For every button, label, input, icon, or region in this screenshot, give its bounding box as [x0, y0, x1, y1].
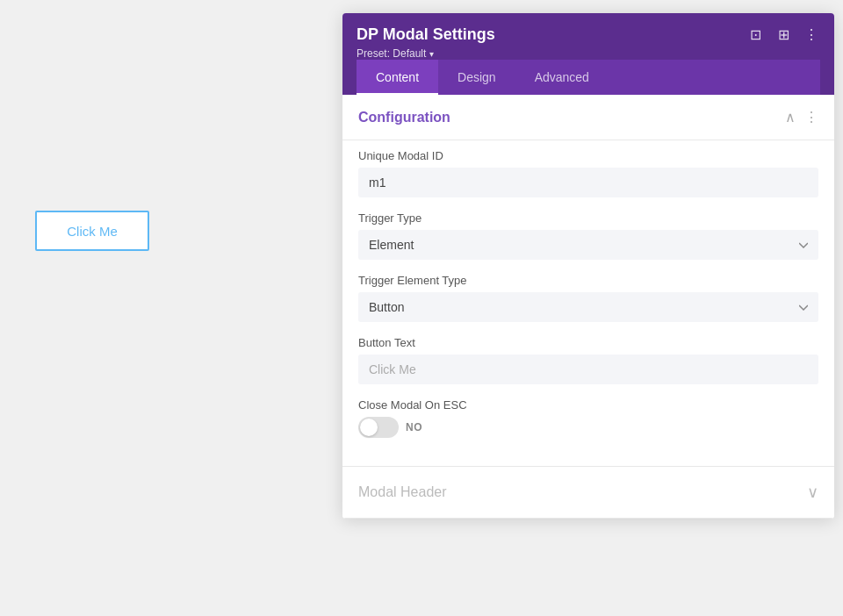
preset-arrow: ▾ — [429, 49, 434, 59]
focus-icon[interactable]: ⊡ — [746, 26, 764, 44]
trigger-type-group: Trigger Type Element Link Button Image — [358, 211, 818, 260]
panel-header: DP Modal Settings ⊡ ⊞ ⋮ Preset: Default … — [342, 13, 834, 95]
configuration-form: Unique Modal ID Trigger Type Element Lin… — [342, 140, 834, 466]
close-modal-esc-group: Close Modal On ESC NO — [358, 398, 818, 438]
panel-header-icons: ⊡ ⊞ ⋮ — [746, 26, 820, 44]
unique-modal-id-group: Unique Modal ID — [358, 149, 818, 197]
configuration-section-header: Configuration ∧ ⋮ — [342, 95, 834, 140]
modal-header-title: Modal Header — [358, 484, 447, 500]
more-options-icon[interactable]: ⋮ — [803, 26, 820, 44]
trigger-type-label: Trigger Type — [358, 211, 818, 225]
trigger-element-type-select[interactable]: Button Link Image Text — [358, 292, 818, 322]
columns-icon[interactable]: ⊞ — [775, 26, 792, 44]
button-text-group: Button Text — [358, 336, 818, 384]
preset-selector[interactable]: Preset: Default ▾ — [357, 47, 820, 60]
modal-header-section-header[interactable]: Modal Header ∨ — [342, 467, 834, 518]
trigger-element-type-group: Trigger Element Type Button Link Image T… — [358, 274, 818, 322]
configuration-section: Configuration ∧ ⋮ Unique Modal ID Trigge… — [342, 95, 834, 467]
toggle-state-label: NO — [406, 421, 422, 433]
modal-header-section: Modal Header ∨ — [342, 467, 834, 519]
section-header-icons: ∧ ⋮ — [785, 109, 818, 125]
trigger-type-select[interactable]: Element Link Button Image — [358, 230, 818, 260]
toggle-row: NO — [358, 417, 818, 438]
unique-modal-id-label: Unique Modal ID — [358, 149, 818, 162]
button-text-input[interactable] — [358, 355, 818, 384]
panel-body: Configuration ∧ ⋮ Unique Modal ID Trigge… — [342, 95, 834, 519]
close-modal-esc-toggle[interactable] — [358, 417, 399, 438]
tab-advanced[interactable]: Advanced — [515, 60, 609, 95]
button-text-label: Button Text — [358, 336, 818, 349]
panel-tabs: Content Design Advanced — [357, 60, 820, 95]
trigger-element-type-label: Trigger Element Type — [358, 274, 818, 287]
configuration-title: Configuration — [358, 110, 450, 125]
modal-header-expand-icon[interactable]: ∨ — [807, 483, 818, 502]
section-collapse-icon[interactable]: ∧ — [785, 109, 796, 125]
panel-title: DP Modal Settings — [357, 25, 495, 44]
preset-label: Preset: Default — [357, 47, 426, 60]
tab-design[interactable]: Design — [438, 60, 515, 95]
click-me-button[interactable]: Click Me — [35, 211, 149, 251]
section-more-icon[interactable]: ⋮ — [804, 109, 818, 125]
settings-panel: DP Modal Settings ⊡ ⊞ ⋮ Preset: Default … — [342, 13, 834, 519]
tab-content[interactable]: Content — [357, 60, 438, 95]
close-modal-esc-label: Close Modal On ESC — [358, 398, 818, 412]
toggle-thumb — [360, 419, 378, 436]
unique-modal-id-input[interactable] — [358, 168, 818, 197]
